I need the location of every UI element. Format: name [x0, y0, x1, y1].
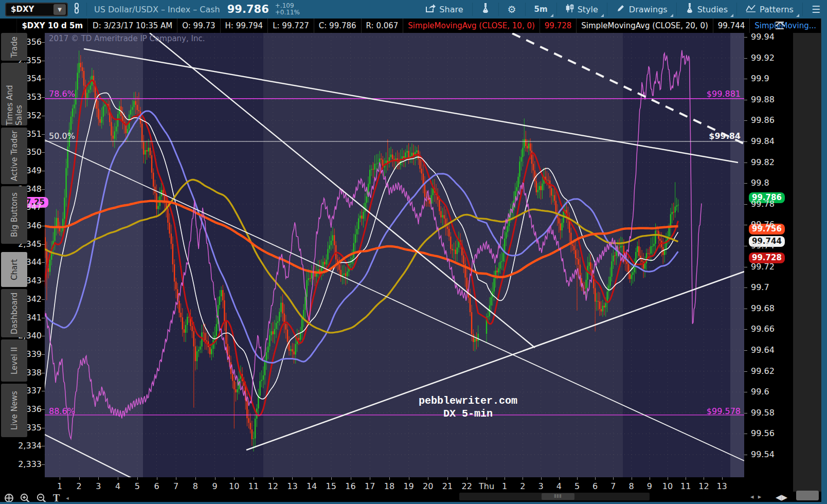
symbol-dropdown[interactable]: $DXY ▼: [5, 3, 68, 16]
flask-icon: [686, 3, 694, 15]
tab-live-news[interactable]: Live News: [1, 384, 27, 437]
left-axis-tick: [42, 171, 45, 171]
right-axis-tick: [744, 120, 747, 121]
left-axis-tick: [42, 116, 45, 116]
left-axis-tick: [42, 464, 45, 465]
x-axis-tick: [541, 477, 542, 480]
tab-dashboard[interactable]: Dashboard: [1, 289, 27, 337]
x-axis-label: 1: [502, 481, 507, 491]
tab-big-buttons[interactable]: Big Buttons: [1, 186, 27, 244]
right-axis-label: 99.76: [751, 220, 775, 229]
x-axis-label: 3: [538, 481, 544, 491]
x-axis-tick: [505, 477, 505, 480]
change-pct: +0.11%: [275, 9, 300, 16]
ohlc-field: D: 3/23/17 10:35 AM: [88, 19, 177, 33]
pencil-icon: [616, 4, 625, 15]
fib-pct-label: 88.6%: [49, 406, 75, 416]
x-axis-label: 8: [629, 481, 634, 491]
x-axis-tick: [351, 477, 351, 480]
right-axis-label: 99.54: [751, 449, 775, 459]
patterns-button-label: Patterns: [760, 5, 794, 14]
fib-pct-label: 78.6%: [49, 89, 75, 99]
flask-icon: [481, 3, 490, 15]
tab-active-trader[interactable]: Active Trader: [1, 128, 27, 184]
right-axis-label: 99.72: [751, 262, 775, 272]
x-axis-label: 20: [423, 481, 433, 491]
patterns-button[interactable]: Patterns: [739, 0, 800, 19]
style-button[interactable]: Style: [559, 0, 605, 19]
timeframe-button[interactable]: 5m: [528, 0, 554, 19]
x-axis-tick: [157, 477, 157, 480]
tab-level-ii[interactable]: Level II: [1, 339, 27, 382]
x-axis-label: 13: [716, 481, 727, 491]
x-axis-tick: [467, 477, 468, 480]
right-axis-label: 99.7: [751, 282, 769, 292]
x-axis-tick: [98, 477, 99, 480]
scroll-left-icon[interactable]: ◂ ▸: [750, 493, 761, 500]
right-axis-label: 99.78: [751, 199, 775, 209]
x-axis-label: 16: [345, 481, 355, 491]
x-axis-label: 6: [592, 481, 598, 491]
x-axis-tick: [577, 477, 578, 480]
chart-plot[interactable]: [45, 33, 744, 477]
tab-times-and-sales[interactable]: Times And Sales: [1, 63, 27, 125]
last-price: 99.786: [227, 3, 269, 15]
fib-price-label: $99.84: [709, 131, 741, 141]
share-button[interactable]: Share: [419, 0, 470, 19]
list-icon: ☰: [812, 4, 820, 15]
collapse-icon[interactable]: ◂: [66, 495, 69, 501]
x-axis-label: Thu: [479, 481, 494, 491]
x-axis-label: 2: [520, 481, 525, 491]
corner-resize-handle[interactable]: [796, 491, 819, 500]
chevron-down-icon[interactable]: ▼: [53, 4, 66, 15]
right-axis-tick: [744, 100, 747, 100]
x-axis-tick: [409, 477, 409, 480]
beaker-button[interactable]: [475, 0, 496, 19]
expand-axis-icon[interactable]: ◀▶: [776, 493, 787, 502]
tab-trade[interactable]: Trade: [1, 33, 27, 61]
left-axis-tick: [42, 409, 45, 410]
right-tab-strip: [793, 33, 821, 492]
settings-button[interactable]: ⚙: [501, 0, 523, 19]
right-axis-tick: [744, 204, 747, 205]
divider: [525, 3, 526, 16]
scrollbar-thumb[interactable]: ⦀⦀⦀: [542, 493, 574, 500]
x-axis-tick: [292, 477, 293, 480]
tab-chart[interactable]: Chart: [1, 252, 27, 287]
x-axis-label: 6: [154, 481, 159, 491]
copyright-watermark: 2017 © TD Ameritrade IP Company, Inc.: [49, 34, 205, 43]
divider: [676, 3, 677, 16]
timeframe-button-label: 5m: [534, 5, 548, 14]
x-axis-label: 5: [135, 481, 140, 491]
right-axis-tick: [744, 183, 747, 184]
left-axis-tick: [42, 391, 45, 391]
link-icon[interactable]: [73, 3, 80, 16]
study-label[interactable]: SimpleMovingAvg (CLOSE, 20, 0): [577, 19, 713, 33]
right-axis-tick: [744, 37, 747, 38]
study-label[interactable]: SimpleMovingAvg (CLOSE, 10, 0): [403, 19, 540, 33]
x-axis-tick: [722, 477, 723, 480]
left-axis-tick: [42, 134, 45, 135]
x-axis-label: 11: [248, 481, 259, 491]
symbol-description: US Dollar/USDX – Index – Cash: [94, 5, 220, 14]
x-axis-tick: [686, 477, 686, 480]
chart-style-mini-icon[interactable]: [769, 19, 791, 33]
studies-button[interactable]: Studies: [679, 0, 734, 19]
left-axis-tick: [42, 318, 45, 318]
left-axis-tick: [42, 42, 45, 43]
chart-symbol-period: $DXY 10 d 5m: [17, 19, 88, 33]
fib-pct-label: 50.0%: [49, 131, 75, 141]
ohlc-field: H: 99.794: [221, 19, 268, 33]
x-axis-tick: [79, 477, 80, 480]
divider: [472, 3, 473, 16]
x-axis-label: 1: [57, 481, 62, 491]
left-axis-tick: [42, 244, 45, 245]
drawings-button[interactable]: Drawings: [609, 0, 674, 19]
right-axis-tick: [744, 141, 747, 142]
right-axis-label: 99.62: [751, 366, 775, 376]
x-axis-tick: [195, 477, 196, 480]
x-axis-label: 10: [229, 481, 239, 491]
horizontal-scrollbar[interactable]: ⦀⦀⦀: [459, 493, 650, 500]
dropdown-corner-icon: [796, 14, 799, 17]
left-axis-tick: [42, 97, 45, 98]
